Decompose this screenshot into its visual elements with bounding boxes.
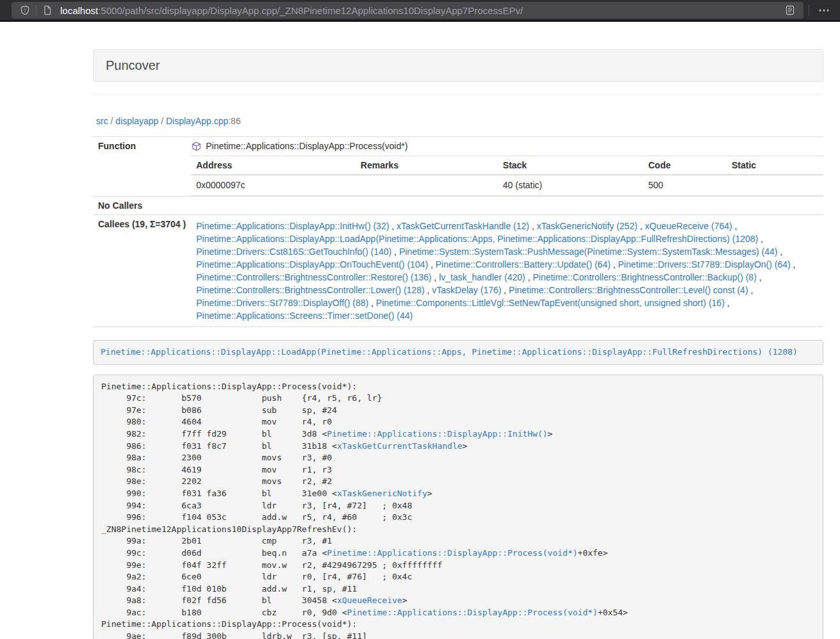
callee-separator: , xyxy=(431,272,439,282)
callee-separator: , xyxy=(791,259,796,270)
metrics-value-address: 0x0000097c xyxy=(191,175,356,196)
callers-cell xyxy=(191,197,823,215)
page-info-icon[interactable] xyxy=(39,5,56,15)
urlbar-divider xyxy=(36,5,37,16)
metrics-header-row: Address Remarks Stack Code Static xyxy=(191,156,823,175)
code-symbol-link[interactable]: Pinetime::Applications::DisplayApp::Init… xyxy=(327,429,547,439)
code-symbol-link[interactable]: Pinetime::Applications::DisplayApp::Proc… xyxy=(327,548,577,558)
selected-callee-link[interactable]: Pinetime::Applications::DisplayApp::Load… xyxy=(101,347,798,357)
shield-icon[interactable] xyxy=(17,5,33,15)
callee-link[interactable]: lv_task_handler (420) xyxy=(439,272,525,282)
page-title: Puncover xyxy=(106,58,811,73)
disassembly-block: Pinetime::Applications::DisplayApp::Proc… xyxy=(93,375,823,639)
code-symbol-link[interactable]: xTaskGenericNotify xyxy=(337,489,427,498)
metrics-value-row: 0x0000097c 40 (static) 500 xyxy=(191,175,823,196)
app-header-panel: Puncover xyxy=(93,49,823,82)
callee-link[interactable]: Pinetime::Controllers::BrightnessControl… xyxy=(532,272,756,282)
callee-link[interactable]: Pinetime::Applications::DisplayApp::Load… xyxy=(196,234,758,244)
url-bar[interactable]: localhost:5000/path/src/displayapp/Displ… xyxy=(12,2,803,19)
callee-link[interactable]: xQueueReceive (764) xyxy=(645,221,732,231)
code-symbol-link[interactable]: Pinetime::Applications::DisplayApp::Proc… xyxy=(347,608,598,617)
callee-separator: , xyxy=(368,298,376,308)
code-listing: Pinetime::Applications::DisplayApp::Proc… xyxy=(101,382,628,639)
metrics-value-stack: 40 (static) xyxy=(498,175,643,196)
callee-link[interactable]: Pinetime::Controllers::BrightnessControl… xyxy=(196,272,431,282)
page-content: Puncover src / displayapp / DisplayApp.c… xyxy=(93,22,823,639)
metrics-header-remarks: Remarks xyxy=(356,156,498,175)
callee-link[interactable]: Pinetime::Applications::DisplayApp::Init… xyxy=(196,221,389,231)
breadcrumb-link[interactable]: DisplayApp.cpp xyxy=(166,116,228,126)
callee-link[interactable]: Pinetime::Controllers::Battery::Update()… xyxy=(436,259,611,270)
function-table: Function Pinetime::Applications::Display… xyxy=(93,136,823,327)
function-row-label: Function xyxy=(93,137,191,197)
callee-link[interactable]: xTaskGenericNotify (252) xyxy=(537,221,638,231)
callee-separator: , xyxy=(638,221,645,231)
metrics-header-address: Address xyxy=(191,156,356,175)
metrics-value-remarks xyxy=(356,175,498,196)
toolbar-divider xyxy=(809,4,809,16)
metrics-header-stack: Stack xyxy=(498,156,643,175)
overflow-menu-button[interactable]: ⋯ xyxy=(814,4,834,16)
callee-separator: , xyxy=(501,285,509,295)
callee-separator: , xyxy=(611,259,618,270)
callee-separator: , xyxy=(391,247,399,257)
function-name: Pinetime::Applications::DisplayApp::Proc… xyxy=(206,141,408,151)
callee-link[interactable]: xTaskGetCurrentTaskHandle (12) xyxy=(397,221,529,231)
divider xyxy=(93,94,823,95)
browser-toolbar: localhost:5000/path/src/displayapp/Displ… xyxy=(0,0,840,22)
metrics-table: Address Remarks Stack Code Static 0x0000… xyxy=(191,156,823,196)
callee-separator: , xyxy=(425,285,432,295)
callee-link[interactable]: Pinetime::Drivers::St7789::DisplayOn() (… xyxy=(618,259,791,270)
callee-link[interactable]: Pinetime::Controllers::BrightnessControl… xyxy=(196,285,424,295)
callee-link[interactable]: Pinetime::Drivers::St7789::DisplayOff() … xyxy=(196,298,368,308)
url-text: localhost:5000/path/src/displayapp/Displ… xyxy=(60,5,782,16)
callee-separator: , xyxy=(389,221,397,231)
callee-separator: , xyxy=(529,221,537,231)
callee-separator: , xyxy=(428,259,436,270)
no-callers-label: No Callers xyxy=(93,197,191,215)
breadcrumb: src / displayapp / DisplayApp.cpp:86 xyxy=(93,106,823,127)
url-host: localhost xyxy=(60,5,98,16)
cube-icon xyxy=(192,142,201,151)
url-path: :5000/path/src/displayapp/DisplayApp.cpp… xyxy=(98,5,523,16)
callee-separator: , xyxy=(748,285,754,295)
metrics-header-code: Code xyxy=(643,156,727,175)
callee-separator: , xyxy=(777,247,782,257)
callees-label: Callees (19, Σ=3704 ) xyxy=(93,215,191,327)
breadcrumb-link[interactable]: src xyxy=(96,116,108,126)
no-callers-row: No Callers xyxy=(93,197,823,215)
callees-list: Pinetime::Applications::DisplayApp::Init… xyxy=(191,215,823,327)
metrics-header-static: Static xyxy=(727,156,823,175)
function-cell: Pinetime::Applications::DisplayApp::Proc… xyxy=(191,137,823,197)
callee-link[interactable]: Pinetime::Controllers::BrightnessControl… xyxy=(509,285,748,295)
callee-separator: , xyxy=(732,221,737,231)
callee-separator: , xyxy=(725,298,730,308)
code-symbol-link[interactable]: xQueueReceive xyxy=(337,595,402,605)
callee-separator: , xyxy=(758,234,763,244)
function-row: Function Pinetime::Applications::Display… xyxy=(93,137,823,197)
callee-link[interactable]: Pinetime::System::SystemTask::PushMessag… xyxy=(399,247,778,257)
reader-view-icon[interactable] xyxy=(782,5,798,15)
breadcrumb-link[interactable]: displayapp xyxy=(115,116,158,126)
callee-link[interactable]: Pinetime::Components::LittleVgl::SetNewT… xyxy=(376,298,725,308)
callee-link[interactable]: Pinetime::Applications::DisplayApp::OnTo… xyxy=(196,259,428,270)
callee-link[interactable]: Pinetime::Applications::Screens::Timer::… xyxy=(196,311,413,321)
callee-link[interactable]: Pinetime::Drivers::Cst816S::GetTouchInfo… xyxy=(196,247,391,257)
metrics-value-static xyxy=(727,175,823,196)
breadcrumb-separator: / xyxy=(158,116,166,126)
callee-separator: , xyxy=(525,272,533,282)
metrics-value-code: 500 xyxy=(643,175,727,196)
function-name-line: Pinetime::Applications::DisplayApp::Proc… xyxy=(191,137,823,154)
breadcrumb-separator: / xyxy=(108,116,116,126)
callee-link[interactable]: vTaskDelay (176) xyxy=(432,285,501,295)
callee-separator: , xyxy=(757,272,762,282)
breadcrumb-line-number: :86 xyxy=(228,116,240,126)
code-symbol-link[interactable]: xTaskGetCurrentTaskHandle xyxy=(337,441,463,451)
callees-row: Callees (19, Σ=3704 ) Pinetime::Applicat… xyxy=(93,215,823,327)
selected-callee-box: Pinetime::Applications::DisplayApp::Load… xyxy=(93,340,823,365)
